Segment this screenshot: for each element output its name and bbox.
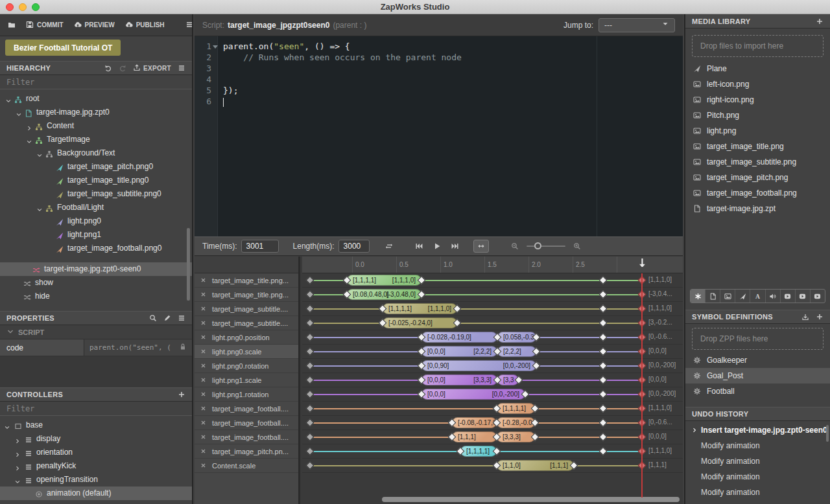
delete-track-icon[interactable]: [200, 334, 206, 340]
keyframe-diamond[interactable]: [599, 361, 608, 370]
code-editor[interactable]: 1parent.on("seen", () => {2 // Runs when…: [195, 36, 683, 236]
media-filter-video-button[interactable]: [781, 290, 796, 303]
skip-to-start-button[interactable]: [415, 242, 423, 250]
timeline-horizontal-scrollbar[interactable]: [382, 497, 680, 502]
keyframe-diamond[interactable]: [306, 276, 314, 284]
open-project-button[interactable]: [8, 21, 16, 30]
keyframe-span[interactable]: [1,1,1,1]: [497, 403, 535, 414]
undo-history-item[interactable]: Modify animation: [685, 485, 830, 500]
preview-button[interactable]: PREVIEW: [74, 21, 115, 30]
delete-track-icon[interactable]: [200, 363, 206, 369]
keyframe-diamond[interactable]: [306, 319, 314, 327]
delete-track-icon[interactable]: [200, 320, 206, 326]
media-item-plane[interactable]: Plane: [685, 61, 830, 76]
keyframe-diamond[interactable]: [306, 404, 314, 413]
keyframe-diamond[interactable]: [599, 376, 608, 384]
media-item-target-image-jpg-zpt[interactable]: target-image.jpg.zpt: [685, 201, 830, 216]
media-filter-audio-button[interactable]: [766, 290, 781, 303]
hierarchy-filter-input[interactable]: Filter: [0, 75, 192, 89]
pan-mode-button[interactable]: [473, 240, 489, 253]
zoom-slider-knob[interactable]: [534, 242, 541, 249]
track-name-row[interactable]: target_image_football....: [195, 416, 298, 430]
keyframe-span[interactable]: [1,1,0][1,1,1]: [497, 460, 574, 471]
import-symbol-button[interactable]: [801, 313, 809, 321]
hierarchy-item-target-image-title-png0[interactable]: target_image_title.png0: [0, 174, 192, 187]
keyframe-span[interactable]: [0,0,0][2,2,2]: [421, 346, 497, 357]
keyframe-diamond[interactable]: [599, 304, 608, 313]
keyframe-diamond[interactable]: [306, 290, 314, 299]
track-name-row[interactable]: target_image_title.png...: [195, 288, 298, 302]
media-item-target-image-football-png[interactable]: target_image_football.png: [685, 185, 830, 201]
media-item-target-image-title-png[interactable]: target_image_title.png: [685, 139, 830, 154]
controller-item-penaltykick[interactable]: penaltyKick: [0, 459, 192, 473]
playhead-line[interactable]: [641, 273, 643, 498]
hierarchy-item-target-image-football-png0[interactable]: target_image_football.png0: [0, 242, 192, 255]
add-media-button[interactable]: [816, 17, 824, 25]
hierarchy-item-root[interactable]: root: [0, 92, 192, 106]
keyframe-span[interactable]: [3,3,3]: [497, 431, 535, 442]
hierarchy-scrollbar[interactable]: [187, 228, 190, 301]
delete-track-icon[interactable]: [200, 448, 206, 454]
hierarchy-item-targetimage[interactable]: TargetImage: [0, 133, 192, 146]
keyframe-span[interactable]: [1,1,1,1][1,1,1,0]: [383, 303, 457, 314]
minimize-window-button[interactable]: [19, 3, 27, 11]
keyframe-span[interactable]: [1,1,1,1][1,1,1,0]: [347, 275, 421, 286]
maximize-window-button[interactable]: [32, 3, 40, 11]
hierarchy-item-hide[interactable]: hide: [0, 290, 192, 303]
keyframe-diamond[interactable]: [306, 333, 314, 341]
controller-item-orientation[interactable]: orientation: [0, 446, 192, 459]
undo-history-scrollbar[interactable]: [826, 425, 829, 442]
track-name-row[interactable]: target_image_football....: [195, 402, 298, 416]
media-dropzone[interactable]: Drop files to import here: [692, 35, 824, 57]
undo-history-item[interactable]: Modify animation: [685, 453, 830, 469]
toolbar-menu-button[interactable]: [185, 21, 193, 30]
keyframe-span[interactable]: [0.058,-0.3: [497, 332, 536, 343]
media-item-pitch-png[interactable]: Pitch.png: [685, 108, 830, 123]
keyframe-diamond[interactable]: [599, 333, 608, 341]
media-filter-text-button[interactable]: A: [750, 290, 765, 303]
length-input[interactable]: 3000: [338, 240, 370, 253]
media-filter-rocket-button[interactable]: [735, 290, 750, 303]
media-filter-asterisk-button[interactable]: [691, 290, 706, 303]
delete-track-icon[interactable]: [200, 349, 206, 354]
hierarchy-item-target-image-jpg-zpt0-seen0[interactable]: target-image.jpg.zpt0-seen0: [0, 262, 192, 276]
add-controller-button[interactable]: [178, 391, 185, 398]
search-icon[interactable]: [149, 314, 157, 322]
media-filter-file-button[interactable]: [706, 290, 720, 303]
media-item-right-icon-png[interactable]: right-icon.png: [685, 92, 830, 108]
track-name-row[interactable]: light.png0.scale: [195, 345, 298, 359]
keyframe-span[interactable]: [1,1,1]: [452, 431, 497, 442]
delete-track-icon[interactable]: [200, 277, 206, 283]
media-item-target-image-subtitle-png[interactable]: target_image_subtitle.png: [685, 154, 830, 170]
track-name-row[interactable]: target_image_pitch.pn...: [195, 444, 298, 459]
keyframe-diamond[interactable]: [599, 390, 608, 398]
keyframe-diamond[interactable]: [306, 447, 314, 455]
time-input[interactable]: 3001: [241, 240, 279, 253]
hierarchy-item-light-png0[interactable]: light.png0: [0, 214, 192, 228]
keyframe-span[interactable]: [-0.28,-0.0: [497, 417, 535, 428]
undo-history-item[interactable]: Modify animation: [685, 469, 830, 485]
delete-track-icon[interactable]: [200, 391, 206, 397]
delete-track-icon[interactable]: [200, 463, 206, 468]
keyframe-diamond[interactable]: [599, 404, 608, 413]
hierarchy-item-target-image-subtitle-png0[interactable]: target_image_subtitle.png0: [0, 187, 192, 201]
media-filter-video-button[interactable]: [796, 290, 811, 303]
hierarchy-item-target-image-pitch-png0[interactable]: target_image_pitch.png0: [0, 160, 192, 174]
properties-menu-button[interactable]: [178, 314, 185, 322]
delete-track-icon[interactable]: [200, 292, 206, 297]
keyframe-span[interactable]: [0,0,0][3,3,3]: [421, 374, 497, 385]
keyframe-span[interactable]: [0,0,90][0,0,-200]: [421, 360, 536, 371]
keyframe-diamond[interactable]: [599, 319, 608, 327]
track-name-row[interactable]: light.png1.scale: [195, 373, 298, 387]
keyframe-diamond[interactable]: [599, 347, 608, 356]
commit-button[interactable]: COMMIT: [26, 21, 64, 30]
close-window-button[interactable]: [6, 3, 14, 11]
playhead-marker[interactable]: [639, 258, 647, 269]
keyframe-diamond[interactable]: [599, 276, 608, 284]
track-name-row[interactable]: light.png1.rotation: [195, 387, 298, 402]
controller-item-animation-default-[interactable]: animation (default): [0, 487, 192, 500]
keyframe-diamond[interactable]: [306, 347, 314, 356]
media-item-left-icon-png[interactable]: left-icon.png: [685, 76, 830, 92]
undo-button[interactable]: [104, 64, 112, 72]
delete-track-icon[interactable]: [200, 306, 206, 312]
